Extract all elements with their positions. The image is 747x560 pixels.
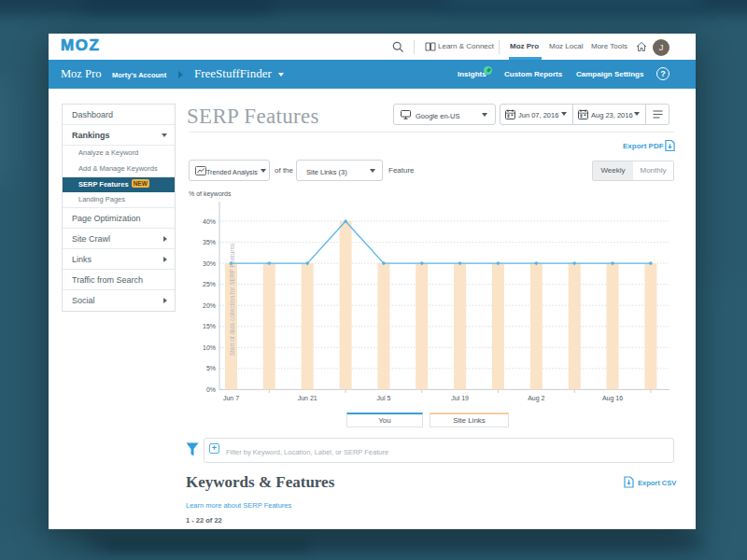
svg-text:Aug 2: Aug 2 bbox=[528, 395, 544, 402]
svg-text:20%: 20% bbox=[203, 302, 216, 309]
svg-text:Jul 5: Jul 5 bbox=[377, 395, 391, 401]
svg-text:35%: 35% bbox=[203, 239, 216, 245]
svg-text:Jun 7: Jun 7 bbox=[223, 395, 239, 401]
svg-text:5%: 5% bbox=[206, 365, 216, 371]
svg-text:25%: 25% bbox=[203, 281, 216, 287]
svg-text:15%: 15% bbox=[203, 323, 216, 329]
svg-text:Start of data collection for S: Start of data collection for SERP Featur… bbox=[229, 243, 235, 356]
svg-text:Jul 19: Jul 19 bbox=[451, 395, 469, 401]
svg-text:Aug 16: Aug 16 bbox=[602, 395, 623, 402]
svg-text:30%: 30% bbox=[203, 260, 216, 267]
svg-text:10%: 10% bbox=[203, 344, 216, 351]
svg-text:0%: 0% bbox=[206, 386, 216, 393]
svg-text:Jun 21: Jun 21 bbox=[298, 395, 317, 401]
svg-text:40%: 40% bbox=[203, 218, 216, 225]
